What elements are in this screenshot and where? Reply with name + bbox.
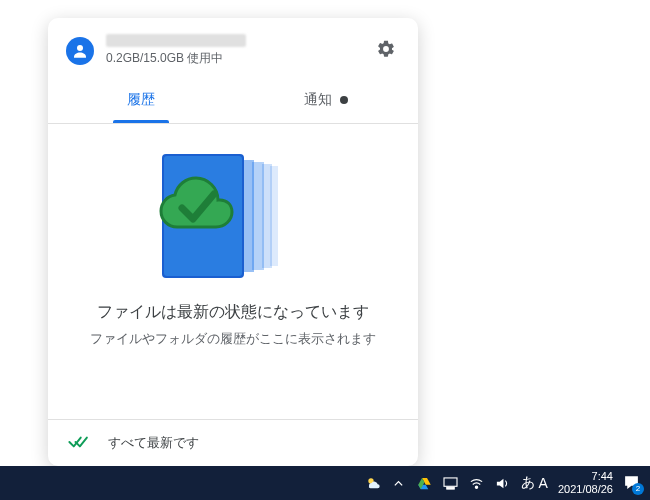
windows-taskbar: あ A 7:44 2021/08/26 2 [0,466,650,500]
panel-header: 0.2GB/15.0GB 使用中 [48,18,418,77]
weather-tray-icon[interactable] [365,475,381,491]
tab-bar: 履歴 通知 [48,77,418,124]
user-name-redacted [106,34,246,47]
settings-button[interactable] [372,35,400,67]
tab-history[interactable]: 履歴 [48,77,233,123]
volume-icon[interactable] [495,475,511,491]
panel-footer: すべて最新です [48,419,418,466]
task-view-icon[interactable] [443,475,459,491]
action-center-button[interactable]: 2 [623,474,640,493]
status-title: ファイルは最新の状態になっています [97,302,369,323]
storage-usage: 0.2GB/15.0GB 使用中 [106,50,372,67]
svg-point-0 [77,45,83,51]
content-area: ファイルは最新の状態になっています ファイルやフォルダの履歴がここに表示されます [48,124,418,419]
svg-rect-11 [447,487,454,489]
clock-time: 7:44 [558,470,613,483]
clock-date: 2021/08/26 [558,483,613,496]
status-subtitle: ファイルやフォルダの履歴がここに表示されます [90,331,376,348]
tray-chevron-up-icon[interactable] [391,475,407,491]
svg-rect-10 [444,477,457,485]
user-avatar[interactable] [66,37,94,65]
header-text: 0.2GB/15.0GB 使用中 [106,34,372,67]
notification-badge: 2 [632,483,644,495]
wifi-icon[interactable] [469,475,485,491]
footer-status-text: すべて最新です [108,434,199,452]
taskbar-clock[interactable]: 7:44 2021/08/26 [558,470,613,495]
synced-illustration-icon [148,152,318,282]
ime-indicator[interactable]: あ A [521,474,548,492]
drive-panel: 0.2GB/15.0GB 使用中 履歴 通知 [48,18,418,466]
gear-icon [376,39,396,59]
google-drive-tray-icon[interactable] [417,475,433,491]
svg-point-12 [475,486,477,488]
notification-dot-icon [340,96,348,104]
person-icon [71,42,89,60]
tab-notifications-label: 通知 [304,91,332,109]
double-check-icon [68,435,90,452]
ime-hiragana: あ [521,474,535,492]
system-tray [365,475,511,491]
tab-notifications[interactable]: 通知 [233,77,418,123]
ime-mode: A [539,475,548,491]
tab-history-label: 履歴 [127,91,155,109]
